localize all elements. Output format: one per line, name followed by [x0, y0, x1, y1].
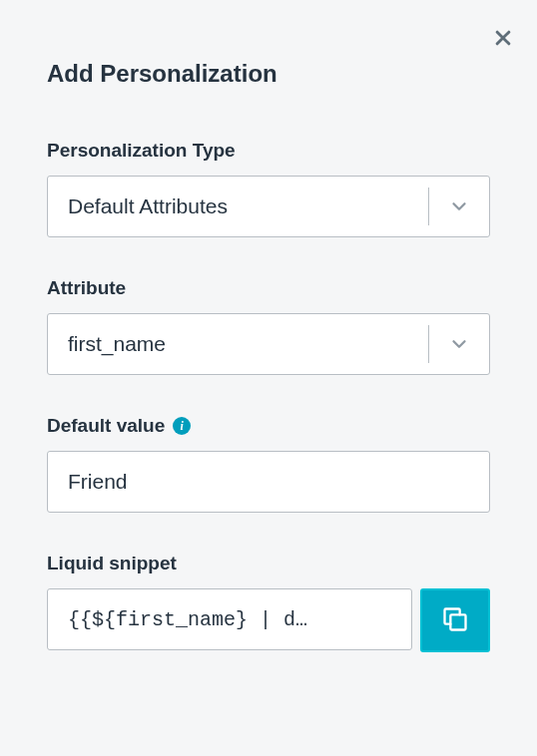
- page-title: Add Personalization: [47, 60, 490, 88]
- copy-button[interactable]: [420, 588, 490, 652]
- personalization-type-select[interactable]: Default Attributes: [47, 176, 490, 237]
- liquid-snippet-row: {{${first_name} | d…: [47, 588, 490, 652]
- personalization-type-value: Default Attributes: [48, 188, 429, 225]
- personalization-type-label: Personalization Type: [47, 140, 490, 162]
- liquid-snippet-field: Liquid snippet {{${first_name} | d…: [47, 553, 490, 652]
- liquid-snippet-box: {{${first_name} | d…: [47, 588, 412, 650]
- liquid-snippet-text: {{${first_name} | d…: [68, 608, 391, 631]
- chevron-down-icon: [429, 195, 489, 217]
- liquid-snippet-label: Liquid snippet: [47, 553, 490, 574]
- default-value-label: Default value i: [47, 415, 490, 437]
- svg-rect-2: [450, 614, 465, 629]
- copy-icon: [441, 605, 469, 636]
- chevron-down-icon: [429, 333, 489, 355]
- close-icon: [493, 28, 513, 51]
- default-value-input[interactable]: [47, 451, 490, 513]
- attribute-select[interactable]: first_name: [47, 313, 490, 375]
- attribute-field: Attribute first_name: [47, 277, 490, 375]
- info-icon[interactable]: i: [173, 417, 191, 435]
- personalization-type-field: Personalization Type Default Attributes: [47, 140, 490, 237]
- default-value-field: Default value i: [47, 415, 490, 513]
- attribute-value: first_name: [48, 325, 429, 363]
- close-button[interactable]: [489, 24, 517, 55]
- default-value-label-text: Default value: [47, 415, 165, 437]
- attribute-label: Attribute: [47, 277, 490, 299]
